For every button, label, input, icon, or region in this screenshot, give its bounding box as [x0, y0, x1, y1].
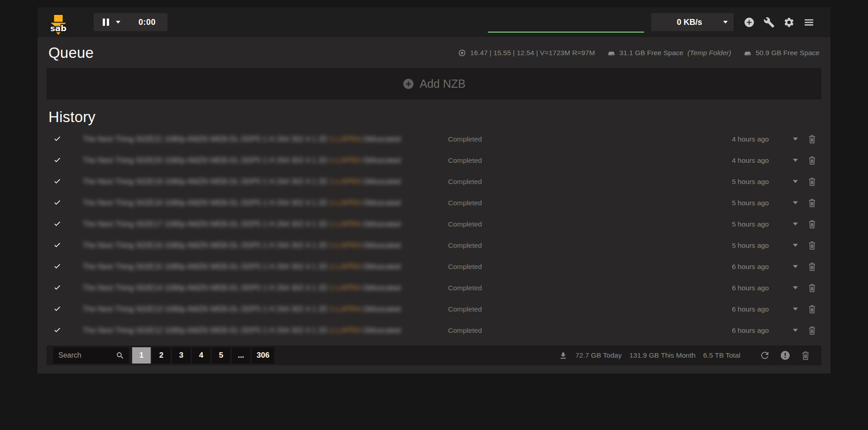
- check-icon: [53, 135, 64, 144]
- history-item-name: The Next Thing S02E13 1080p AMZN WEB-DL …: [83, 305, 440, 313]
- history-item-time: 5 hours ago: [732, 241, 769, 250]
- add-nzb-button[interactable]: [739, 12, 759, 32]
- current-speed: 0 KB/s: [656, 18, 723, 27]
- temp-free-space-text: 31.1 GB Free Space: [620, 49, 683, 57]
- history-item-time: 5 hours ago: [732, 220, 769, 228]
- row-actions-caret[interactable]: [785, 286, 805, 289]
- check-icon: [53, 220, 64, 229]
- row-actions-caret[interactable]: [785, 329, 805, 332]
- check-icon: [53, 326, 64, 335]
- pause-control-group: 0:00: [94, 13, 167, 31]
- temp-folder-note: (Temp Folder): [687, 49, 731, 57]
- page-button[interactable]: 4: [192, 347, 210, 364]
- history-item-time: 6 hours ago: [732, 263, 769, 271]
- history-row[interactable]: The Next Thing S02E18 1080p AMZN WEB-DL …: [47, 192, 821, 213]
- page-button[interactable]: 3: [172, 347, 191, 364]
- history-item-status: Completed: [440, 241, 732, 250]
- history-item-time: 5 hours ago: [732, 178, 769, 186]
- row-delete-icon[interactable]: [805, 241, 819, 250]
- history-row[interactable]: The Next Thing S02E21 1080p AMZN WEB-DL …: [47, 128, 821, 150]
- pause-icon: [103, 19, 109, 26]
- page-button[interactable]: 1: [132, 347, 151, 364]
- history-item-name: The Next Thing S02E15 1080p AMZN WEB-DL …: [83, 262, 440, 271]
- top-bar: sab 0:00 0 KB/s: [38, 7, 830, 37]
- search-input[interactable]: [58, 351, 116, 359]
- plus-circle-icon: [402, 78, 415, 90]
- plus-circle-icon: [744, 17, 755, 28]
- main-content: Queue 16.47 | 15.55 | 12.54 | V=1723M R=…: [38, 37, 830, 373]
- history-item-name: The Next Thing S02E12 1080p AMZN WEB-DL …: [83, 326, 440, 335]
- row-actions-caret[interactable]: [785, 201, 805, 204]
- page-button[interactable]: 5: [212, 347, 230, 364]
- history-item-name: The Next Thing S02E20 1080p AMZN WEB-DL …: [83, 156, 440, 165]
- temp-free-space: 31.1 GB Free Space (Temp Folder): [607, 49, 731, 57]
- history-item-time: 6 hours ago: [732, 305, 769, 313]
- history-item-status: Completed: [440, 305, 732, 313]
- history-item-time: 4 hours ago: [732, 135, 769, 143]
- row-actions-caret[interactable]: [785, 222, 805, 226]
- history-row[interactable]: The Next Thing S02E13 1080p AMZN WEB-DL …: [47, 298, 821, 320]
- page-button[interactable]: 306: [252, 347, 274, 364]
- history-row[interactable]: The Next Thing S02E17 1080p AMZN WEB-DL …: [47, 213, 821, 235]
- server-stats: 16.47 | 15.55 | 12.54 | V=1723M R=97M: [458, 49, 595, 57]
- history-row[interactable]: The Next Thing S02E16 1080p AMZN WEB-DL …: [47, 235, 821, 256]
- history-row[interactable]: The Next Thing S02E19 1080p AMZN WEB-DL …: [47, 171, 821, 192]
- svg-text:sab: sab: [50, 24, 67, 33]
- history-item-time: 4 hours ago: [732, 156, 769, 165]
- history-item-status: Completed: [440, 263, 732, 271]
- page-button[interactable]: 2: [152, 347, 171, 364]
- row-actions-caret[interactable]: [785, 265, 805, 268]
- row-delete-icon[interactable]: [805, 156, 819, 165]
- history-row[interactable]: The Next Thing S02E20 1080p AMZN WEB-DL …: [47, 150, 821, 171]
- wrench-icon: [763, 17, 775, 28]
- menu-button[interactable]: [799, 12, 819, 32]
- history-item-status: Completed: [440, 220, 732, 228]
- row-actions-caret[interactable]: [785, 159, 805, 162]
- purge-history-button[interactable]: [796, 346, 815, 364]
- check-icon: [53, 177, 64, 186]
- history-row[interactable]: The Next Thing S02E14 1080p AMZN WEB-DL …: [47, 277, 821, 298]
- row-delete-icon[interactable]: [805, 198, 819, 208]
- search-icon: [116, 351, 124, 360]
- top-icon-buttons: [739, 12, 819, 32]
- pause-button[interactable]: [94, 13, 127, 31]
- row-delete-icon[interactable]: [805, 219, 819, 229]
- pause-timer[interactable]: 0:00: [127, 18, 167, 27]
- total-month: 131.9 GB This Month: [630, 351, 696, 359]
- page-button[interactable]: ...: [232, 347, 250, 364]
- history-row[interactable]: The Next Thing S02E15 1080p AMZN WEB-DL …: [47, 256, 821, 277]
- speed-graph: [488, 15, 644, 33]
- history-item-status: Completed: [440, 135, 732, 143]
- check-icon: [53, 305, 64, 314]
- sabnzbd-app: sab 0:00 0 KB/s: [38, 7, 830, 373]
- hard-drive-icon: [607, 49, 615, 57]
- row-actions-caret[interactable]: [785, 180, 805, 183]
- settings-button[interactable]: [779, 12, 799, 32]
- history-item-name: The Next Thing S02E17 1080p AMZN WEB-DL …: [83, 220, 440, 228]
- history-list: The Next Thing S02E21 1080p AMZN WEB-DL …: [47, 128, 821, 341]
- chevron-down-icon: [723, 21, 728, 24]
- speed-limit-button[interactable]: 0 KB/s: [651, 13, 734, 31]
- history-info-button[interactable]: [776, 346, 795, 364]
- row-actions-caret[interactable]: [785, 307, 805, 311]
- row-delete-icon[interactable]: [805, 134, 819, 144]
- row-delete-icon[interactable]: [805, 326, 819, 335]
- history-item-time: 6 hours ago: [732, 326, 769, 335]
- history-row[interactable]: The Next Thing S02E12 1080p AMZN WEB-DL …: [47, 320, 821, 341]
- history-item-status: Completed: [440, 178, 732, 186]
- row-actions-caret[interactable]: [785, 137, 805, 141]
- add-nzb-label: Add NZB: [420, 77, 465, 90]
- row-delete-icon[interactable]: [805, 304, 819, 314]
- tools-button[interactable]: [759, 12, 779, 32]
- row-delete-icon[interactable]: [805, 283, 819, 293]
- pagination: 1 2 3 4 5 ... 306: [132, 347, 274, 364]
- sabnzbd-logo-icon[interactable]: sab: [48, 14, 69, 35]
- row-delete-icon[interactable]: [805, 177, 819, 186]
- gear-icon: [783, 17, 795, 28]
- row-delete-icon[interactable]: [805, 262, 819, 271]
- refresh-button[interactable]: [755, 346, 774, 364]
- row-actions-caret[interactable]: [785, 244, 805, 247]
- disk-free-space: 50.9 GB Free Space: [744, 49, 820, 57]
- check-icon: [53, 156, 64, 165]
- add-nzb-dropzone[interactable]: Add NZB: [47, 68, 821, 99]
